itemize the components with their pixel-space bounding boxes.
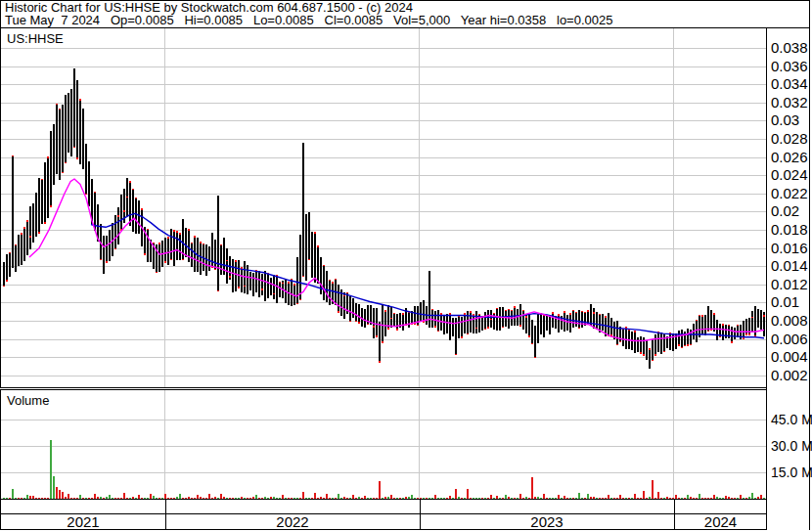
volume-bar xyxy=(561,498,563,499)
volume-bar xyxy=(552,498,554,499)
volume-bar xyxy=(352,495,354,499)
close-tick xyxy=(308,259,310,261)
ohlc-bar xyxy=(657,332,659,352)
close-tick xyxy=(434,326,436,328)
close-tick xyxy=(387,328,389,330)
volume-bar xyxy=(569,498,571,499)
volume-bar xyxy=(338,494,339,499)
volume-bar xyxy=(599,498,601,499)
ohlc-bar xyxy=(3,262,5,287)
close-tick xyxy=(569,313,571,315)
ohlc-bar xyxy=(707,306,709,332)
close-tick xyxy=(367,324,369,326)
volume-bar xyxy=(358,497,360,498)
close-tick xyxy=(73,147,75,149)
volume-bar xyxy=(546,498,548,499)
volume-bar xyxy=(379,481,381,499)
volume-bar xyxy=(467,489,469,499)
volume-bar xyxy=(564,496,565,498)
volume-bar xyxy=(299,498,301,499)
volume-bar xyxy=(616,498,618,499)
ohlc-bar xyxy=(44,162,46,224)
volume-bar xyxy=(517,498,519,499)
ohlc-bar xyxy=(669,332,671,350)
volume-bar xyxy=(208,494,210,498)
close-tick xyxy=(338,311,339,313)
volume-bar xyxy=(478,498,480,499)
ohlc-bar xyxy=(255,270,257,293)
close-tick xyxy=(164,261,166,263)
volume-bar xyxy=(103,498,105,499)
ohlc-bar xyxy=(323,265,325,300)
quote-summary-line: Tue May 7 2024 Op=0.0085 Hi=0.0085 Lo=0.… xyxy=(5,14,612,27)
volume-bar xyxy=(76,498,78,499)
volume-bar xyxy=(135,498,137,499)
volume-bar xyxy=(267,498,269,499)
ohlc-bar xyxy=(214,240,216,270)
volume-bar xyxy=(514,498,516,499)
volume-bar xyxy=(305,498,307,499)
ohlc-bar xyxy=(23,227,25,260)
close-tick xyxy=(79,99,81,101)
close-tick xyxy=(663,351,665,353)
close-tick xyxy=(534,357,536,359)
close-tick xyxy=(9,252,11,254)
ohlc-bar xyxy=(352,298,354,318)
volume-bar xyxy=(335,498,337,499)
volume-bar xyxy=(264,497,266,499)
ohlc-bar xyxy=(473,314,474,333)
close-tick xyxy=(293,284,295,286)
close-tick xyxy=(654,354,656,356)
volume-bar xyxy=(288,498,290,499)
volume-bar xyxy=(150,494,152,499)
volume-bar xyxy=(203,498,204,499)
volume-bar xyxy=(411,495,413,498)
volume-chart-canvas xyxy=(0,390,767,499)
ohlc-bar xyxy=(499,307,501,332)
ohlc-bar xyxy=(608,313,609,336)
volume-bar xyxy=(214,497,216,499)
close-tick xyxy=(41,179,43,181)
close-tick xyxy=(50,205,52,207)
ohlc-bar xyxy=(26,220,28,254)
ohlc-bar xyxy=(754,306,756,337)
ohlc-bar xyxy=(217,196,219,292)
ohlc-bar xyxy=(41,179,43,225)
volume-bar xyxy=(109,495,111,499)
close-tick xyxy=(158,243,160,244)
close-tick xyxy=(514,306,516,308)
ohlc-bar xyxy=(484,312,486,331)
close-tick xyxy=(502,327,504,329)
ohlc-bar xyxy=(622,329,624,346)
volume-bar xyxy=(282,495,284,499)
close-tick xyxy=(743,337,744,339)
close-tick xyxy=(141,208,143,210)
volume-bar xyxy=(364,496,366,498)
close-tick xyxy=(355,321,357,323)
volume-bar xyxy=(464,498,466,499)
close-tick xyxy=(599,314,601,316)
close-tick xyxy=(203,243,204,245)
volume-bar xyxy=(291,498,293,499)
price-tick-label: 0.026 xyxy=(771,150,808,165)
volume-bar xyxy=(343,497,345,499)
volume-bar xyxy=(106,497,108,499)
volume-bar xyxy=(713,495,715,498)
volume-bar xyxy=(73,498,75,499)
volume-bar xyxy=(387,497,389,499)
volume-bar xyxy=(261,498,263,499)
close-tick xyxy=(23,227,25,229)
close-tick xyxy=(176,231,178,233)
price-tick-label: 0.014 xyxy=(771,258,808,274)
volume-bar xyxy=(475,498,477,499)
ohlc-bar xyxy=(249,272,251,290)
ohlc-bar xyxy=(722,324,724,340)
volume-bar xyxy=(182,498,184,499)
volume-bar xyxy=(65,497,67,499)
volume-bar xyxy=(458,497,460,498)
ohlc-bar xyxy=(68,93,69,153)
volume-bar xyxy=(117,498,119,499)
price-tick-label: 0.012 xyxy=(771,277,808,292)
volume-bar xyxy=(522,498,524,499)
ohlc-bar xyxy=(114,215,116,249)
